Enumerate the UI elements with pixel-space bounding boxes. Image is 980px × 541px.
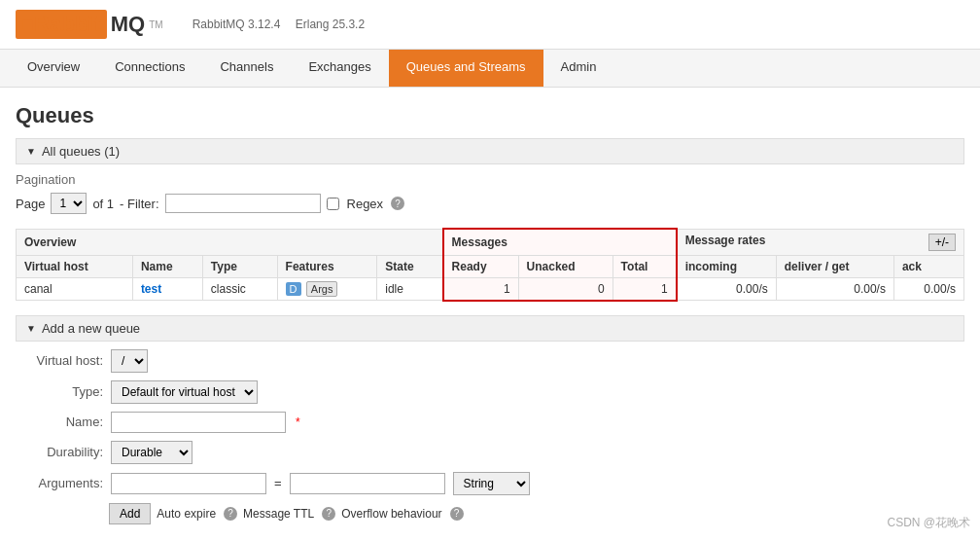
nav-connections[interactable]: Connections: [97, 50, 202, 87]
col-state: State: [377, 255, 443, 277]
add-queue-form: Virtual host: / Type: Default for virtua…: [16, 349, 964, 524]
row-features: D Args: [277, 277, 377, 301]
col-total: Total: [612, 255, 677, 277]
durability-row: Durability: Durable Transient: [16, 441, 964, 464]
rabbitmq-version: RabbitMQ 3.12.4: [192, 18, 281, 31]
all-queues-section[interactable]: ▼ All queues (1): [16, 138, 964, 164]
col-unacked: Unacked: [518, 255, 612, 277]
type-row: Type: Default for virtual host: [16, 380, 964, 404]
plus-minus-button[interactable]: +/-: [928, 234, 956, 251]
watermark: CSDN @花晚术: [887, 515, 970, 531]
durability-select[interactable]: Durable Transient: [111, 441, 192, 464]
arguments-label: Arguments:: [16, 476, 103, 490]
arrow-icon: ▼: [26, 146, 36, 157]
col-features: Features: [277, 255, 377, 277]
name-label: Name:: [16, 415, 103, 429]
row-deliver-get: 0.00/s: [776, 277, 893, 301]
arguments-eq: =: [274, 476, 282, 490]
col-deliver-get: deliver / get: [776, 255, 893, 277]
message-ttl-help-icon[interactable]: ?: [322, 507, 335, 521]
messages-header: Messages: [443, 229, 677, 255]
content: Queues ▼ All queues (1) Pagination Page …: [0, 88, 980, 540]
overview-header: Overview: [17, 229, 443, 255]
erlang-version: Erlang 25.3.2: [296, 18, 365, 31]
add-queue-section[interactable]: ▼ Add a new queue: [16, 315, 964, 342]
type-select[interactable]: Default for virtual host: [111, 380, 258, 404]
arguments-value-input[interactable]: [290, 473, 445, 494]
regex-help-icon[interactable]: ?: [391, 197, 404, 210]
row-total: 1: [612, 277, 677, 301]
col-ack: ack: [893, 255, 963, 277]
row-unacked: 0: [518, 277, 612, 301]
all-queues-label: All queues (1): [42, 144, 120, 159]
add-arrow-icon: ▼: [26, 323, 36, 334]
col-virtual-host: Virtual host: [17, 255, 133, 277]
bottom-row: Add Auto expire ? Message TTL ? Overflow…: [16, 503, 964, 524]
virtual-host-label: Virtual host:: [16, 353, 103, 368]
nav-queues[interactable]: Queues and Streams: [389, 50, 543, 87]
message-ttl-label: Message TTL: [243, 507, 314, 521]
filter-label: - Filter:: [120, 197, 158, 211]
arguments-key-input[interactable]: [111, 473, 266, 494]
row-ready: 1: [443, 277, 519, 301]
row-virtual-host: canal: [17, 277, 133, 301]
col-name: Name: [132, 255, 202, 277]
regex-label: Regex: [347, 197, 384, 211]
required-asterisk: *: [296, 415, 300, 429]
table-row: canal test classic D Args idle 1 0 1 0.0…: [17, 277, 964, 301]
auto-expire-help-icon[interactable]: ?: [224, 507, 237, 521]
row-name[interactable]: test: [132, 277, 202, 301]
feature-d-tag: D: [286, 282, 301, 296]
row-incoming: 0.00/s: [677, 277, 777, 301]
nav-exchanges[interactable]: Exchanges: [291, 50, 388, 87]
nav-admin[interactable]: Admin: [543, 50, 614, 87]
page-text: Page: [16, 197, 45, 211]
main-nav: Overview Connections Channels Exchanges …: [0, 50, 980, 88]
logo-text: MQ: [111, 12, 145, 37]
page-select[interactable]: 1: [51, 193, 87, 214]
feature-args-tag[interactable]: Args: [306, 281, 338, 297]
overflow-help-icon[interactable]: ?: [450, 507, 464, 521]
type-label: Type:: [16, 384, 103, 399]
row-type: classic: [202, 277, 277, 301]
arguments-row: Arguments: = String Number Boolean: [16, 472, 964, 495]
col-type: Type: [202, 255, 277, 277]
nav-channels[interactable]: Channels: [202, 50, 291, 87]
nav-overview[interactable]: Overview: [10, 50, 97, 87]
pagination-row: Page 1 of 1 - Filter: Regex ?: [16, 193, 964, 214]
logo-tm: TM: [149, 19, 162, 30]
name-input[interactable]: [111, 412, 286, 433]
durability-label: Durability:: [16, 445, 103, 459]
add-button[interactable]: Add: [109, 503, 151, 524]
arguments-type-select[interactable]: String Number Boolean: [453, 472, 530, 495]
virtual-host-row: Virtual host: /: [16, 349, 964, 373]
auto-expire-label: Auto expire: [157, 507, 216, 521]
queue-table-container: Overview Messages Message rates +/- Virt…: [16, 228, 964, 302]
version-info: RabbitMQ 3.12.4 Erlang 25.3.2: [192, 18, 376, 31]
row-state: idle: [377, 277, 443, 301]
col-ready: Ready: [443, 255, 519, 277]
add-queue-label: Add a new queue: [42, 321, 140, 336]
message-rates-header: Message rates +/-: [677, 229, 964, 255]
row-ack: 0.00/s: [893, 277, 963, 301]
page-title: Queues: [16, 103, 964, 128]
name-row: Name: *: [16, 412, 964, 433]
overflow-label: Overflow behaviour: [341, 507, 441, 521]
logo-icon: ■Rabbit: [16, 10, 107, 39]
queue-table: Overview Messages Message rates +/- Virt…: [16, 228, 964, 302]
col-incoming: incoming: [677, 255, 777, 277]
logo: ■Rabbit MQ TM: [16, 10, 163, 39]
virtual-host-select[interactable]: /: [111, 349, 148, 373]
regex-checkbox[interactable]: [327, 198, 339, 210]
header: ■Rabbit MQ TM RabbitMQ 3.12.4 Erlang 25.…: [0, 0, 980, 50]
filter-input[interactable]: [165, 194, 321, 213]
of-text: of 1: [92, 197, 114, 211]
pagination-label: Pagination: [16, 172, 964, 187]
